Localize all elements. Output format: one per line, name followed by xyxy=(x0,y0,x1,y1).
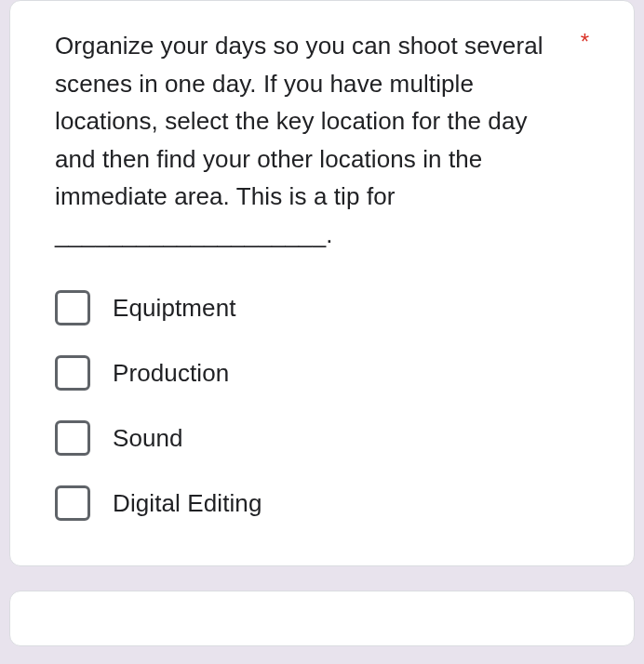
question-header: Organize your days so you can shoot seve… xyxy=(55,27,589,253)
option-production[interactable]: Production xyxy=(55,355,589,391)
option-label: Digital Editing xyxy=(113,489,262,518)
question-text: Organize your days so you can shoot seve… xyxy=(55,27,558,253)
checkbox-icon[interactable] xyxy=(55,290,90,325)
option-equiptment[interactable]: Equiptment xyxy=(55,290,589,325)
next-question-card xyxy=(9,591,635,646)
option-label: Equiptment xyxy=(113,294,236,323)
checkbox-icon[interactable] xyxy=(55,420,90,456)
checkbox-icon[interactable] xyxy=(55,355,90,391)
option-digital-editing[interactable]: Digital Editing xyxy=(55,485,589,521)
option-label: Production xyxy=(113,359,229,388)
option-sound[interactable]: Sound xyxy=(55,420,589,456)
required-asterisk-icon: * xyxy=(581,29,589,55)
option-label: Sound xyxy=(113,424,183,453)
checkbox-icon[interactable] xyxy=(55,485,90,521)
options-list: Equiptment Production Sound Digital Edit… xyxy=(55,290,589,521)
question-card: Organize your days so you can shoot seve… xyxy=(9,0,635,566)
